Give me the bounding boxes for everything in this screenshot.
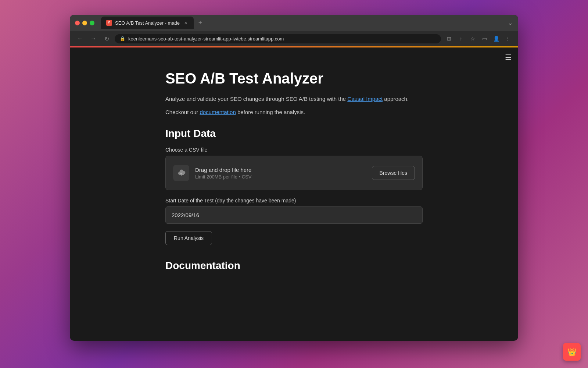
causal-impact-link[interactable]: Causal Impact <box>347 96 383 102</box>
active-tab[interactable]: S SEO A/B Test Analyzer - made ✕ <box>101 17 194 29</box>
translate-button[interactable]: ⊞ <box>444 33 454 44</box>
more-options-button[interactable]: ⋮ <box>503 33 513 44</box>
browser-titlebar: S SEO A/B Test Analyzer - made ✕ + ⌄ <box>70 15 518 31</box>
tab-favicon-icon: S <box>106 20 112 26</box>
tab-bar: S SEO A/B Test Analyzer - made ✕ + ⌄ <box>101 17 513 29</box>
upload-text-block: Drag and drop file here Limit 200MB per … <box>195 167 251 180</box>
date-field-label: Start Date of the Test (day the changes … <box>165 198 423 204</box>
tab-close-button[interactable]: ✕ <box>183 20 189 26</box>
minimize-window-button[interactable] <box>82 21 87 25</box>
profile-button[interactable]: 👤 <box>491 33 501 44</box>
file-limit-text: Limit 200MB per file • CSV <box>195 174 251 180</box>
bookmark-button[interactable]: ☆ <box>467 33 478 44</box>
address-input[interactable]: 🔒 koenleemans-seo-ab-test-analyzer-strea… <box>115 34 441 43</box>
address-bar-row: ← → ↻ 🔒 koenleemans-seo-ab-test-analyzer… <box>70 31 518 46</box>
tab-list-chevron[interactable]: ⌄ <box>508 19 513 27</box>
description-text-part1: Analyze and validate your SEO changes th… <box>165 96 346 102</box>
documentation-link[interactable]: documentation <box>200 109 236 115</box>
app-content: ☰ SEO A/B Test Analyzer Analyze and vali… <box>70 46 518 341</box>
maximize-window-button[interactable] <box>90 21 94 25</box>
csv-file-label: Choose a CSV file <box>165 147 423 153</box>
drag-drop-text: Drag and drop file here <box>195 167 251 173</box>
page-title: SEO A/B Test Analyzer <box>165 70 423 87</box>
new-tab-button[interactable]: + <box>195 18 205 28</box>
input-data-section-title: Input Data <box>165 128 423 139</box>
checkout-paragraph: Checkout our documentation before runnin… <box>165 108 423 117</box>
browser-chrome: S SEO A/B Test Analyzer - made ✕ + ⌄ ← →… <box>70 15 518 46</box>
close-window-button[interactable] <box>75 21 80 25</box>
run-analysis-button[interactable]: Run Analysis <box>165 231 212 245</box>
description-paragraph: Analyze and validate your SEO changes th… <box>165 95 423 103</box>
checkout-suffix: before running the analysis. <box>237 109 305 115</box>
reload-button[interactable]: ↻ <box>101 33 112 44</box>
address-actions: ⊞ ↑ ☆ ▭ 👤 ⋮ <box>444 33 513 44</box>
streamlit-badge-button[interactable]: 👑 <box>563 343 581 361</box>
lock-icon: 🔒 <box>120 36 125 41</box>
file-upload-zone[interactable]: Drag and drop file here Limit 200MB per … <box>165 156 423 190</box>
url-text: koenleemans-seo-ab-test-analyzer-streaml… <box>128 36 284 42</box>
tab-title: SEO A/B Test Analyzer - made <box>115 20 180 26</box>
cloud-upload-icon <box>173 165 189 181</box>
hamburger-menu-button[interactable]: ☰ <box>505 53 512 62</box>
back-button[interactable]: ← <box>75 33 85 44</box>
main-container: SEO A/B Test Analyzer Analyze and valida… <box>158 47 430 286</box>
browser-window: S SEO A/B Test Analyzer - made ✕ + ⌄ ← →… <box>70 15 518 341</box>
share-button[interactable]: ↑ <box>456 33 466 44</box>
crown-icon: 👑 <box>567 347 577 356</box>
date-input[interactable] <box>165 206 423 224</box>
documentation-section-title: Documentation <box>165 260 423 272</box>
upload-left: Drag and drop file here Limit 200MB per … <box>173 165 251 181</box>
sidebar-toggle-button[interactable]: ▭ <box>479 33 490 44</box>
traffic-lights <box>75 21 94 25</box>
browse-files-button[interactable]: Browse files <box>372 166 415 180</box>
description-text-part2: approach. <box>384 96 409 102</box>
checkout-text: Checkout our <box>165 109 198 115</box>
forward-button[interactable]: → <box>88 33 98 44</box>
